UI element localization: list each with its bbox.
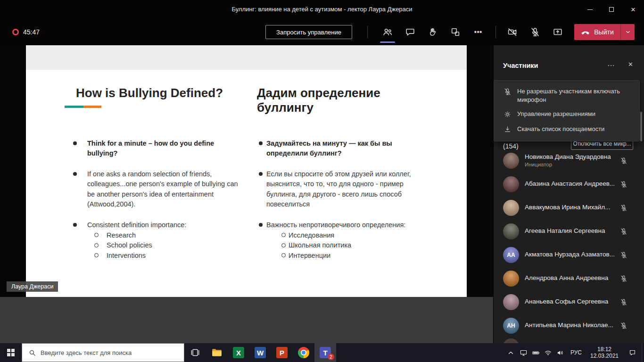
chevron-up-icon <box>507 349 515 357</box>
teams-button[interactable]: T 2 <box>314 343 336 362</box>
title-bar: Буллинг: влияние на детей с аутизмом - л… <box>0 0 644 19</box>
mic-muted-icon <box>620 157 627 165</box>
mic-muted-icon <box>620 275 627 282</box>
slide-subbullet: Research <box>94 230 152 240</box>
subbullet-marker <box>281 243 286 247</box>
bullet-marker <box>73 172 77 176</box>
avatar: АН <box>503 318 519 334</box>
mic-off-icon <box>504 88 512 96</box>
avatar <box>503 271 519 287</box>
slide-bullet-en-3: Consistent definition importance: <box>73 220 244 230</box>
raise-hand-button[interactable] <box>423 23 442 41</box>
slide-bullet-en-1: Think for a minute – how do you define b… <box>73 139 244 159</box>
meeting-timer: 45:47 <box>23 28 40 36</box>
word-button[interactable]: W <box>249 343 271 362</box>
excel-button[interactable]: X <box>228 343 249 362</box>
bullet-marker <box>259 141 263 145</box>
participant-row[interactable]: АН Антипьева Марина Николае... <box>494 314 644 337</box>
participant-row[interactable]: Алендрова Анна Андреевна <box>494 267 644 290</box>
mic-muted-icon <box>620 322 627 329</box>
participant-name: Акматова Нурзада Азаматов... <box>525 251 626 258</box>
participants-panel: Участники … ✕ Не разрешать участникам вк… <box>493 45 644 343</box>
mic-muted-icon <box>620 228 627 235</box>
participant-name: Алендрова Анна Андреевна <box>525 274 626 281</box>
powerpoint-button[interactable]: P <box>271 343 293 362</box>
leave-button[interactable]: Выйти <box>574 27 620 37</box>
menu-item-disable-mic[interactable]: Не разрешать участникам включать микрофо… <box>494 87 639 104</box>
network-tray-icon[interactable] <box>542 343 554 362</box>
avatar <box>503 223 519 239</box>
language-indicator[interactable]: РУС <box>566 343 586 362</box>
search-placeholder: Введите здесь текст для поиска <box>41 349 132 356</box>
recording-indicator: 45:47 <box>12 19 40 45</box>
participant-row[interactable]: Новикова Диана Эдуардовна Инициатор <box>494 149 644 173</box>
participant-role: Инициатор <box>525 162 552 167</box>
mic-off-button[interactable] <box>526 23 545 41</box>
system-tray: РУС 18:12 12.03.2021 <box>504 343 644 362</box>
participants-header: Участники … ✕ <box>494 59 644 74</box>
participant-row[interactable]: АА Акматова Нурзада Азаматов... <box>494 243 644 267</box>
avatar <box>503 176 519 192</box>
slide-bullet-ru-2: Если вы спросите об этом друзей или колл… <box>259 169 432 210</box>
breakout-rooms-button[interactable] <box>446 23 465 41</box>
mic-muted-icon <box>620 181 627 188</box>
mic-muted-icon <box>620 204 627 212</box>
toolbar-separator <box>367 26 368 38</box>
slide-title-en: How is Bullying Defined? <box>76 86 223 100</box>
request-control-button[interactable]: Запросить управление <box>265 25 352 39</box>
participants-more-button[interactable]: … <box>607 59 615 68</box>
close-button[interactable]: ✕ <box>622 0 644 19</box>
panel-scrollbar[interactable] <box>640 112 642 141</box>
participant-row[interactable]: Агеева Наталия Сергеевна <box>494 220 644 243</box>
hidden-icons-button[interactable] <box>504 343 517 362</box>
maximize-button[interactable] <box>601 0 622 19</box>
taskbar-search[interactable]: Введите здесь текст для поиска <box>22 343 184 362</box>
slide-bullet-ru-3: Важность непротиворечивого определения: <box>259 220 432 230</box>
slide-subbullet: Исследования <box>281 230 351 240</box>
participant-row[interactable]: Аввакумова Ирина Михайл... <box>494 196 644 220</box>
underline-teal-segment <box>65 106 83 108</box>
slide-subbullet: Школьная политика <box>281 240 351 251</box>
gear-icon <box>504 110 512 118</box>
taskbar-clock[interactable]: 18:12 12.03.2021 <box>586 346 623 359</box>
subbullet-marker <box>281 253 286 257</box>
participants-close-button[interactable]: ✕ <box>628 61 633 68</box>
subbullet-marker <box>94 233 99 237</box>
avatar <box>503 153 519 169</box>
participants-toggle-button[interactable] <box>378 23 397 41</box>
windows-logo-icon <box>7 349 15 356</box>
slide-title-ru: Дадим определение буллингу <box>257 86 408 115</box>
start-button[interactable] <box>0 343 22 362</box>
menu-item-manage-permissions[interactable]: Управление разрешениями <box>494 110 639 118</box>
file-explorer-button[interactable] <box>206 343 228 362</box>
more-actions-button[interactable]: ••• <box>469 23 487 41</box>
presenter-name-tag: Лаура Джераси <box>7 281 58 292</box>
action-center-button[interactable] <box>623 343 642 362</box>
share-screen-button[interactable] <box>548 23 567 41</box>
window-controls: ✕ <box>579 0 644 19</box>
chat-button[interactable] <box>401 23 420 41</box>
volume-tray-icon[interactable] <box>554 343 566 362</box>
participants-list: Новикова Диана Эдуардовна Инициатор Абаз… <box>494 149 644 337</box>
display-tray-icon[interactable] <box>517 343 529 362</box>
mic-muted-icon <box>620 298 627 306</box>
participant-row[interactable]: Абазина Анастасия Андреев... <box>494 173 644 196</box>
minimize-icon <box>587 9 593 10</box>
battery-tray-icon[interactable] <box>529 343 542 362</box>
window-title: Буллинг: влияние на детей с аутизмом - л… <box>0 0 644 19</box>
participants-active-underline <box>380 41 395 43</box>
recording-dot-icon <box>12 29 19 35</box>
task-view-button[interactable] <box>184 343 206 362</box>
slide-subbullet: School policies <box>94 240 152 251</box>
camera-off-button[interactable] <box>503 23 522 41</box>
leave-label: Выйти <box>594 28 613 36</box>
participant-row[interactable]: Ананьева Софья Сергеевна <box>494 290 644 314</box>
bullet-marker <box>73 141 77 145</box>
minimize-button[interactable] <box>579 0 601 19</box>
participant-name: Ананьева Софья Сергеевна <box>525 298 626 305</box>
teams-notification-badge: 2 <box>328 354 334 360</box>
show-desktop-button[interactable] <box>642 343 644 362</box>
menu-item-download-attendance[interactable]: Скачать список посещаемости <box>494 125 639 133</box>
chrome-button[interactable] <box>293 343 314 362</box>
leave-options-button[interactable] <box>620 24 635 40</box>
